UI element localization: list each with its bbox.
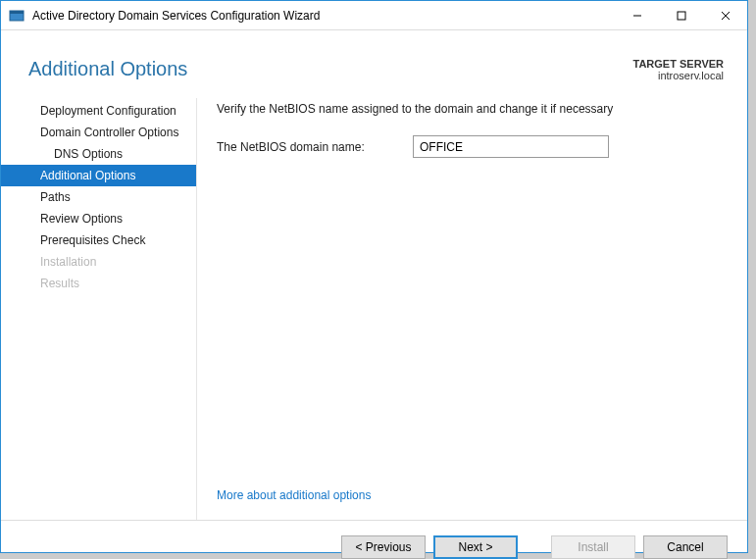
more-about-link[interactable]: More about additional options (217, 488, 728, 502)
netbios-field-row: The NetBIOS domain name: (217, 135, 728, 158)
cancel-button[interactable]: Cancel (643, 535, 728, 559)
instruction-text: Verify the NetBIOS name assigned to the … (217, 102, 728, 116)
header-region: Additional Options TARGET SERVER introse… (1, 30, 747, 98)
netbios-label: The NetBIOS domain name: (217, 140, 413, 154)
sidebar-item-paths[interactable]: Paths (1, 186, 196, 208)
sidebar-item-deployment-configuration[interactable]: Deployment Configuration (1, 100, 196, 122)
sidebar: Deployment Configuration Domain Controll… (1, 98, 197, 520)
window-controls (615, 1, 747, 29)
svg-rect-3 (678, 12, 685, 20)
app-icon (9, 8, 25, 24)
sidebar-item-review-options[interactable]: Review Options (1, 208, 196, 229)
sidebar-item-domain-controller-options[interactable]: Domain Controller Options (1, 122, 196, 143)
target-server-label: TARGET SERVER (633, 58, 725, 70)
next-button[interactable]: Next > (433, 535, 518, 559)
sidebar-item-additional-options[interactable]: Additional Options (1, 165, 196, 186)
page-title: Additional Options (28, 58, 720, 80)
previous-button[interactable]: < Previous (341, 535, 426, 559)
sidebar-item-installation: Installation (1, 251, 196, 273)
sidebar-item-results: Results (1, 273, 196, 294)
footer-region: < Previous Next > Install Cancel (1, 520, 747, 559)
titlebar: Active Directory Domain Services Configu… (1, 1, 747, 30)
maximize-button[interactable] (659, 1, 703, 29)
target-server-block: TARGET SERVER introserv.local (633, 58, 725, 81)
close-button[interactable] (703, 1, 747, 29)
sidebar-item-dns-options[interactable]: DNS Options (1, 143, 196, 165)
body-region: Deployment Configuration Domain Controll… (1, 98, 747, 520)
install-button: Install (551, 535, 635, 559)
minimize-button[interactable] (615, 1, 659, 29)
target-server-value: introserv.local (633, 70, 725, 81)
main-pane: Verify the NetBIOS name assigned to the … (197, 98, 747, 520)
svg-rect-1 (10, 11, 24, 14)
netbios-input[interactable] (413, 135, 609, 158)
wizard-window: Active Directory Domain Services Configu… (0, 0, 748, 553)
sidebar-item-prerequisites-check[interactable]: Prerequisites Check (1, 229, 196, 251)
window-title: Active Directory Domain Services Configu… (32, 9, 320, 23)
